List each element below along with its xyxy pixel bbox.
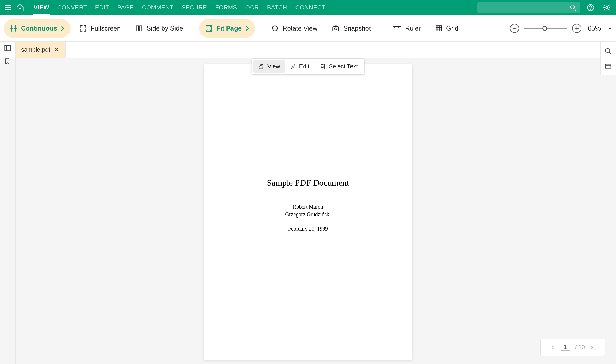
tab-batch[interactable]: BATCH (263, 0, 291, 15)
current-page-input[interactable] (561, 343, 570, 351)
ribbon-separator (260, 22, 260, 35)
bookmark-panel-icon[interactable] (4, 58, 12, 66)
svg-text:A: A (321, 65, 323, 69)
view-mode-button[interactable]: View (253, 60, 285, 73)
search-input[interactable] (477, 2, 580, 13)
document-tab[interactable]: sample.pdf (16, 42, 66, 58)
document-title: Sample PDF Document (267, 178, 349, 188)
app-topbar: VIEW CONVERT EDIT PAGE COMMENT SECURE FO… (0, 0, 616, 15)
snapshot-label: Snapshot (343, 25, 371, 32)
tab-forms[interactable]: FORMS (211, 0, 241, 15)
svg-point-2 (590, 9, 591, 10)
svg-rect-13 (605, 64, 611, 68)
svg-rect-10 (436, 26, 442, 31)
svg-point-8 (335, 28, 337, 30)
tab-page[interactable]: PAGE (114, 0, 138, 15)
help-icon[interactable] (585, 2, 597, 14)
tab-ocr[interactable]: OCR (242, 0, 263, 15)
document-authors: Robert Maron Grzegorz Grudziński (285, 203, 331, 218)
tab-view[interactable]: VIEW (30, 0, 53, 15)
rotate-view-label: Rotate View (282, 25, 317, 32)
page-navigator: / 10 (540, 339, 605, 356)
author-1: Robert Maron (285, 203, 331, 211)
continuous-label: Continuous (21, 25, 57, 32)
ruler-icon (393, 26, 401, 31)
ruler-label: Ruler (405, 25, 421, 32)
view-ribbon: Continuous Fullscreen Side by Side Fit P… (0, 15, 616, 42)
fit-page-button[interactable]: Fit Page (199, 19, 255, 38)
fit-page-label: Fit Page (216, 25, 242, 32)
tab-edit[interactable]: EDIT (91, 0, 113, 15)
tab-connect[interactable]: CONNECT (292, 0, 330, 15)
svg-rect-7 (333, 27, 339, 31)
document-viewport[interactable]: Sample PDF Document Robert Maron Grzegor… (16, 58, 600, 364)
pdf-page: Sample PDF Document Robert Maron Grzegor… (204, 64, 412, 360)
mode-toolbar: View Edit A Select Text (251, 58, 364, 75)
zoom-slider-thumb[interactable] (542, 26, 547, 31)
right-side-rail (600, 42, 616, 75)
properties-panel-icon[interactable] (605, 63, 612, 70)
camera-icon (332, 25, 340, 32)
tab-secure[interactable]: SECURE (178, 0, 211, 15)
continuous-button[interactable]: Continuous (4, 19, 71, 38)
zoom-controls: 65% (510, 24, 612, 33)
document-filename: sample.pdf (21, 46, 50, 53)
chevron-right-icon (61, 26, 65, 31)
view-mode-label: View (267, 63, 280, 70)
rotate-icon (271, 25, 279, 32)
edit-mode-button[interactable]: Edit (286, 60, 314, 73)
left-side-rail (0, 42, 16, 364)
document-tab-strip: sample.pdf (0, 42, 616, 58)
main-tabs: VIEW CONVERT EDIT PAGE COMMENT SECURE FO… (30, 0, 329, 15)
zoom-out-button[interactable] (510, 24, 519, 33)
side-by-side-button[interactable]: Side by Side (129, 19, 189, 38)
svg-point-3 (606, 7, 608, 9)
pencil-icon (291, 64, 297, 69)
next-page-icon[interactable] (590, 345, 595, 350)
ruler-button[interactable]: Ruler (387, 19, 427, 38)
total-pages-label: / 10 (575, 344, 585, 351)
hand-icon (258, 63, 265, 70)
chevron-right-icon (245, 26, 249, 31)
tab-convert[interactable]: CONVERT (54, 0, 91, 15)
zoom-level-label: 65% (588, 25, 601, 32)
continuous-icon (10, 25, 17, 32)
rotate-view-button[interactable]: Rotate View (265, 19, 323, 38)
prev-page-icon[interactable] (551, 345, 556, 350)
ribbon-separator (194, 22, 194, 35)
tab-comment[interactable]: COMMENT (138, 0, 177, 15)
snapshot-button[interactable]: Snapshot (326, 19, 377, 38)
side-by-side-label: Side by Side (147, 25, 183, 32)
search-icon (569, 4, 577, 11)
close-tab-icon[interactable] (54, 47, 60, 53)
side-by-side-icon (135, 25, 143, 32)
author-2: Grzegorz Grudziński (285, 211, 331, 218)
grid-icon (435, 25, 442, 32)
grid-button[interactable]: Grid (429, 19, 464, 38)
fullscreen-button[interactable]: Fullscreen (73, 19, 127, 38)
hamburger-menu-icon[interactable] (3, 3, 13, 12)
home-icon[interactable] (15, 3, 25, 12)
fullscreen-icon (79, 25, 87, 32)
select-text-mode-label: Select Text (329, 63, 358, 70)
settings-gear-icon[interactable] (601, 2, 613, 14)
edit-mode-label: Edit (299, 63, 309, 70)
svg-rect-11 (5, 46, 10, 51)
svg-rect-4 (136, 26, 139, 31)
panel-toggle-icon[interactable] (4, 44, 12, 52)
ribbon-separator (469, 22, 469, 35)
zoom-dropdown-icon[interactable] (608, 26, 612, 31)
ribbon-separator (382, 22, 382, 35)
zoom-slider[interactable] (524, 28, 567, 29)
svg-rect-5 (140, 26, 142, 31)
select-text-mode-button[interactable]: A Select Text (315, 60, 363, 73)
text-cursor-icon: A (320, 63, 326, 70)
grid-label: Grid (446, 25, 458, 32)
zoom-in-button[interactable] (572, 24, 581, 33)
search-panel-icon[interactable] (605, 48, 612, 55)
fit-page-icon (205, 25, 213, 32)
document-date: February 20, 1999 (288, 226, 328, 232)
fullscreen-label: Fullscreen (91, 25, 121, 32)
